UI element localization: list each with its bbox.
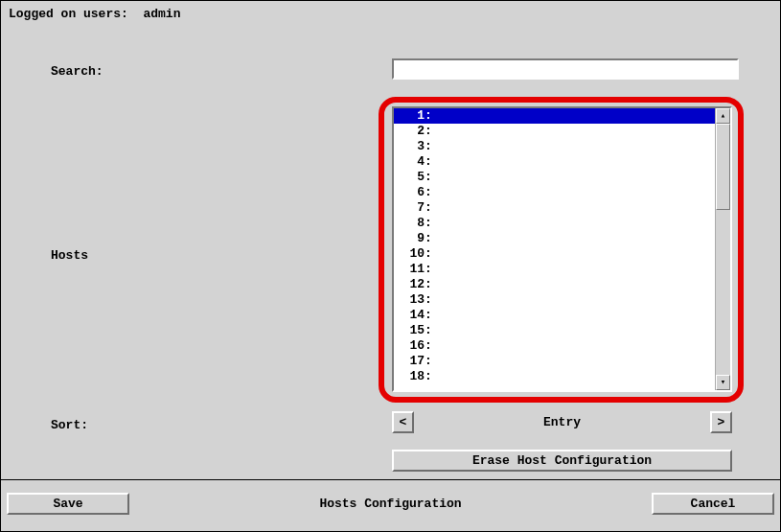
list-item-number: 3: [405, 139, 425, 154]
list-item-number: 5: [405, 170, 425, 185]
list-item-number: 12: [405, 277, 425, 292]
sort-prev-button[interactable]: <: [392, 411, 414, 433]
list-item[interactable]: 12:: [394, 277, 715, 292]
save-button[interactable]: Save: [7, 493, 129, 515]
up-arrow-icon: ▴: [721, 112, 725, 121]
sort-label: Sort:: [51, 418, 88, 432]
list-item-number: 11: [405, 262, 425, 277]
list-item[interactable]: 8:: [394, 216, 715, 231]
cancel-button[interactable]: Cancel: [652, 493, 774, 515]
hosts-label: Hosts: [51, 248, 88, 263]
list-item[interactable]: 16:: [394, 338, 715, 354]
right-arrow-icon: >: [718, 415, 725, 429]
list-item-number: 13: [405, 292, 425, 308]
list-item[interactable]: 1:: [394, 108, 715, 124]
list-item[interactable]: 5:: [394, 170, 715, 185]
status-user: admin: [143, 7, 180, 21]
list-item[interactable]: 3:: [394, 139, 715, 154]
list-item[interactable]: 7:: [394, 200, 715, 216]
list-item-number: 8: [405, 216, 425, 231]
sort-value: Entry: [414, 411, 710, 433]
search-label: Search:: [51, 64, 103, 79]
list-item[interactable]: 6:: [394, 185, 715, 200]
hosts-listbox[interactable]: 1:2:3:4:5:6:7:8:9:10:11:12:13:14:15:16:1…: [392, 106, 732, 392]
list-item[interactable]: 10:: [394, 246, 715, 262]
list-item-number: 15: [405, 323, 425, 338]
status-bar: Logged on users: admin: [9, 7, 180, 21]
scroll-thumb[interactable]: [716, 124, 730, 210]
list-item-number: 14: [405, 308, 425, 323]
footer: Save Hosts Configuration Cancel: [1, 479, 780, 531]
list-item[interactable]: 2:: [394, 124, 715, 139]
list-item-number: 9: [405, 231, 425, 246]
left-arrow-icon: <: [400, 415, 407, 429]
list-item-number: 16: [405, 338, 425, 354]
list-item-number: 4: [405, 154, 425, 170]
down-arrow-icon: ▾: [721, 379, 725, 387]
scroll-down-button[interactable]: ▾: [716, 375, 730, 390]
list-item-number: 1: [405, 108, 425, 124]
list-item-number: 18: [405, 369, 425, 384]
list-item[interactable]: 15:: [394, 323, 715, 338]
search-input[interactable]: [392, 58, 739, 80]
list-item-number: 6: [405, 185, 425, 200]
hosts-scrollbar[interactable]: ▴ ▾: [715, 108, 730, 390]
sort-control: < Entry >: [392, 411, 732, 433]
list-item[interactable]: 11:: [394, 262, 715, 277]
list-item[interactable]: 4:: [394, 154, 715, 170]
sort-next-button[interactable]: >: [710, 411, 732, 433]
scroll-up-button[interactable]: ▴: [716, 108, 730, 124]
list-item-number: 7: [405, 200, 425, 216]
list-item-number: 10: [405, 246, 425, 262]
status-prefix: Logged on users:: [9, 7, 128, 21]
list-item-number: 2: [405, 124, 425, 139]
list-item[interactable]: 14:: [394, 308, 715, 323]
scroll-track[interactable]: [716, 124, 730, 375]
list-item[interactable]: 17:: [394, 354, 715, 369]
list-item[interactable]: 18:: [394, 369, 715, 384]
list-item[interactable]: 9:: [394, 231, 715, 246]
erase-host-config-button[interactable]: Erase Host Configuration: [392, 450, 732, 472]
list-item-number: 17: [405, 354, 425, 369]
list-item[interactable]: 13:: [394, 292, 715, 308]
